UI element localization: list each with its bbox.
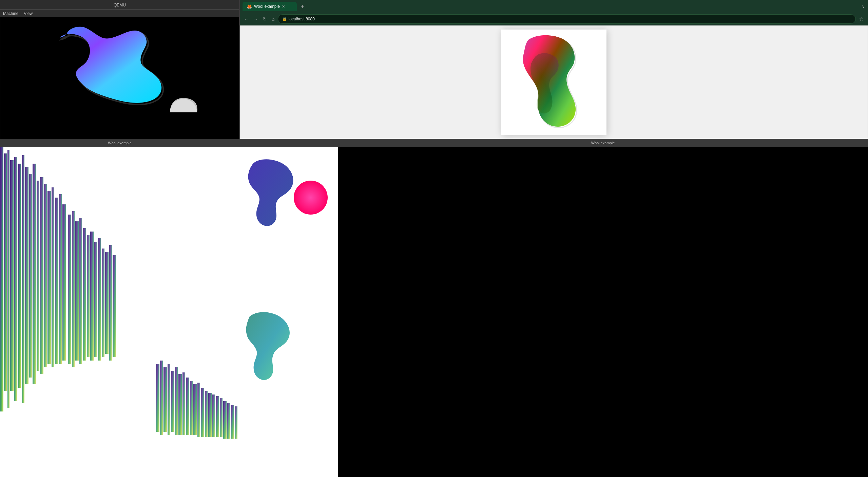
bottom-left-canvas [0, 147, 239, 477]
bookmark-button[interactable]: ☆ [858, 16, 865, 22]
svg-rect-53 [235, 406, 237, 439]
bottom-left-panel: Wool example [0, 139, 239, 477]
qemu-titlebar: QEMU [0, 0, 239, 10]
barchart-svg [0, 147, 239, 477]
svg-rect-25 [90, 232, 94, 361]
bottom-left-titlebar: Wool example [0, 139, 239, 147]
address-bar[interactable]: 🔒 localhost:8080 [278, 14, 856, 24]
browser-blob-svg [501, 30, 606, 135]
url-text: localhost:8080 [288, 17, 314, 21]
refresh-button[interactable]: ↻ [262, 16, 268, 22]
svg-rect-20 [72, 211, 75, 367]
bottom-browser-titlebar: Wool example [338, 139, 868, 147]
svg-point-55 [294, 181, 328, 215]
svg-rect-24 [87, 235, 90, 357]
svg-rect-35 [168, 364, 170, 435]
qemu-canvas [0, 17, 239, 139]
browser-main-content [240, 25, 868, 139]
svg-rect-1 [0, 147, 3, 411]
svg-rect-3 [7, 150, 9, 408]
forward-button[interactable]: → [252, 16, 259, 22]
svg-rect-13 [44, 184, 47, 367]
svg-rect-41 [190, 381, 193, 435]
svg-rect-16 [55, 198, 58, 364]
svg-rect-42 [193, 384, 197, 435]
svg-rect-19 [68, 215, 71, 364]
svg-rect-40 [186, 378, 189, 435]
svg-rect-28 [102, 249, 104, 357]
svg-rect-52 [231, 405, 234, 439]
bottom-mid-panel [239, 139, 338, 477]
menu-machine[interactable]: Machine [3, 11, 18, 16]
svg-rect-8 [25, 167, 28, 384]
svg-rect-48 [216, 396, 219, 437]
firefox-icon: 🦊 [247, 4, 252, 9]
svg-rect-31 [113, 255, 116, 357]
browser-window: 🦊 Wool example ✕ + ∨ ← → ↻ ⌂ 🔒 localhost… [239, 0, 868, 139]
svg-rect-34 [163, 367, 167, 432]
svg-rect-51 [227, 403, 230, 439]
svg-rect-50 [223, 401, 227, 439]
svg-rect-44 [201, 388, 204, 437]
menu-view[interactable]: View [24, 11, 33, 16]
svg-rect-10 [33, 164, 36, 384]
svg-rect-7 [22, 155, 24, 403]
browser-tab-active[interactable]: 🦊 Wool example ✕ [243, 2, 297, 11]
browser-white-card [501, 30, 606, 135]
svg-rect-15 [52, 187, 54, 367]
svg-rect-36 [171, 371, 174, 432]
svg-rect-21 [75, 221, 79, 361]
svg-rect-33 [160, 361, 163, 435]
svg-rect-26 [94, 242, 97, 357]
svg-rect-6 [18, 164, 21, 388]
svg-rect-49 [220, 398, 223, 437]
svg-rect-2 [4, 153, 7, 391]
svg-rect-23 [83, 228, 86, 361]
svg-rect-17 [59, 194, 62, 364]
svg-rect-47 [212, 395, 215, 437]
bottom-browser-title: Wool example [591, 141, 615, 145]
browser-navbar: ← → ↻ ⌂ 🔒 localhost:8080 ☆ [240, 13, 868, 25]
svg-rect-29 [105, 252, 109, 354]
svg-rect-4 [10, 160, 14, 391]
blobs-canvas [239, 147, 338, 477]
svg-rect-22 [79, 218, 82, 364]
home-button[interactable]: ⌂ [270, 16, 276, 22]
svg-rect-11 [37, 181, 39, 371]
browser-titlebar: 🦊 Wool example ✕ + ∨ [240, 0, 868, 13]
tab-close-button[interactable]: ✕ [282, 4, 285, 9]
tab-title: Wool example [254, 4, 280, 9]
svg-rect-32 [156, 364, 159, 432]
bottom-browser-canvas [338, 147, 868, 477]
svg-rect-18 [62, 204, 66, 361]
qemu-svg [0, 17, 239, 130]
svg-rect-46 [208, 393, 212, 437]
svg-rect-27 [98, 238, 101, 361]
tab-list-arrow[interactable]: ∨ [862, 4, 865, 9]
svg-rect-5 [14, 157, 17, 401]
svg-rect-38 [178, 374, 182, 435]
lock-icon: 🔒 [282, 17, 287, 21]
svg-rect-14 [47, 191, 51, 364]
svg-rect-30 [109, 245, 112, 361]
bottom-mid-titlebar [239, 139, 338, 147]
svg-rect-39 [182, 372, 185, 435]
svg-rect-43 [197, 383, 200, 437]
svg-rect-37 [175, 367, 178, 435]
svg-rect-9 [29, 174, 32, 378]
bottom-browser-panel: Wool example [338, 139, 868, 477]
back-button[interactable]: ← [243, 16, 250, 22]
svg-rect-45 [205, 391, 208, 437]
qemu-title: QEMU [114, 3, 126, 7]
svg-rect-12 [40, 177, 43, 374]
blobs-svg [239, 147, 338, 477]
bottom-left-title: Wool example [108, 141, 132, 145]
new-tab-button[interactable]: + [298, 3, 307, 10]
qemu-window: QEMU Machine View [0, 0, 239, 139]
qemu-menubar: Machine View [0, 10, 239, 17]
